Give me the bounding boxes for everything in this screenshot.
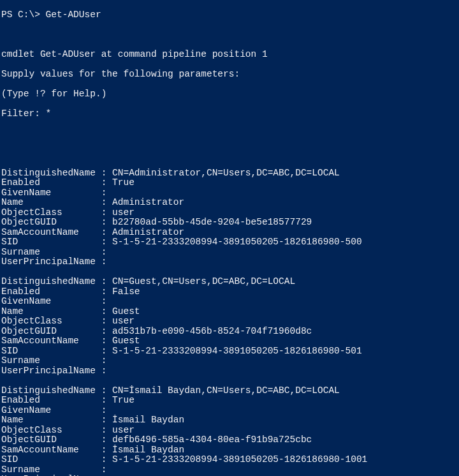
output-field-samaccountname: SamAccountName : Administrator	[1, 228, 458, 238]
cmdlet-info-line: (Type !? for Help.)	[1, 89, 458, 100]
output-field-surname: Surname :	[1, 465, 458, 475]
output-field-givenname: GivenName :	[1, 297, 458, 307]
output-field-surname: Surname :	[1, 356, 458, 366]
command-prompt-line: PS C:\> Get-ADUser	[1, 10, 458, 20]
output-field-sid: SID : S-1-5-21-2333208994-3891050205-182…	[1, 346, 458, 357]
blank-line	[1, 30, 458, 40]
blank-line	[1, 129, 458, 139]
blank-line	[1, 376, 458, 386]
output-field-samaccountname: SamAccountName : İsmail Baydan	[1, 445, 458, 456]
output-field-surname: Surname :	[1, 248, 458, 258]
output-field-distinguishedname: DistinguishedName : CN=Guest,CN=Users,DC…	[1, 277, 458, 287]
output-field-enabled: Enabled : True	[1, 178, 458, 188]
output-field-objectguid: ObjectGUID : ad531b7b-e090-456b-8524-704…	[1, 327, 458, 337]
output-field-sid: SID : S-1-5-21-2333208994-3891050205-182…	[1, 455, 458, 465]
output-field-name: Name : Administrator	[1, 198, 458, 208]
output-field-givenname: GivenName :	[1, 406, 458, 416]
powershell-console[interactable]: PS C:\> Get-ADUser cmdlet Get-ADUser at …	[0, 0, 459, 476]
cmdlet-info-line: Supply values for the following paramete…	[1, 70, 458, 80]
cmdlet-info-line: Filter: *	[1, 109, 458, 119]
output-field-samaccountname: SamAccountName : Guest	[1, 336, 458, 346]
output-field-givenname: GivenName :	[1, 188, 458, 198]
output-field-enabled: Enabled : False	[1, 287, 458, 297]
blank-line	[1, 149, 458, 159]
output-field-distinguishedname: DistinguishedName : CN=İsmail Baydan,CN=…	[1, 386, 458, 396]
output-field-objectguid: ObjectGUID : b22780ad-55bb-45de-9204-be5…	[1, 218, 458, 228]
cmdlet-info-line: cmdlet Get-ADUser at command pipeline po…	[1, 50, 458, 60]
output-field-name: Name : Guest	[1, 307, 458, 317]
output-field-enabled: Enabled : True	[1, 396, 458, 406]
output-records: DistinguishedName : CN=Administrator,CN=…	[1, 168, 458, 477]
output-field-objectguid: ObjectGUID : defb6496-585a-4304-80ea-f91…	[1, 435, 458, 445]
output-field-objectclass: ObjectClass : user	[1, 208, 458, 218]
output-field-name: Name : İsmail Baydan	[1, 415, 458, 426]
output-field-userprincipalname: UserPrincipalName :	[1, 257, 458, 267]
blank-line	[1, 267, 458, 278]
output-field-objectclass: ObjectClass : user	[1, 316, 458, 327]
output-field-objectclass: ObjectClass : user	[1, 426, 458, 436]
output-field-distinguishedname: DistinguishedName : CN=Administrator,CN=…	[1, 168, 458, 179]
output-field-sid: SID : S-1-5-21-2333208994-3891050205-182…	[1, 237, 458, 248]
output-field-userprincipalname: UserPrincipalName :	[1, 366, 458, 376]
